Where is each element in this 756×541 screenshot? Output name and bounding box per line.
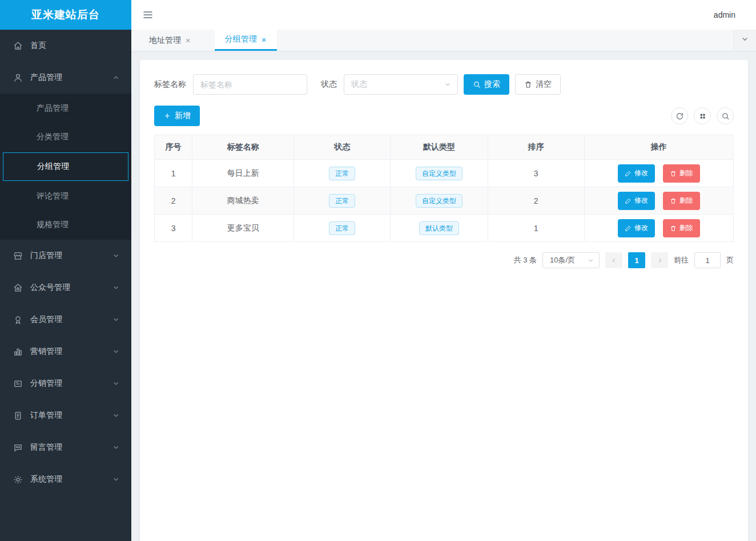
- sidebar-item-message-management[interactable]: 留言管理: [0, 431, 131, 463]
- cell-name: 商城热卖: [192, 187, 294, 215]
- status-select[interactable]: 状态: [344, 74, 458, 95]
- goto-suffix: 页: [726, 255, 734, 265]
- sidebar-toggle-button[interactable]: [142, 9, 154, 21]
- next-page-button[interactable]: [651, 252, 668, 268]
- goto-prefix: 前往: [674, 255, 689, 265]
- tag-name-label: 标签名称: [154, 79, 186, 90]
- sidebar-item-label: 产品管理: [30, 72, 62, 83]
- goto-page-input[interactable]: [694, 252, 721, 268]
- sidebar-subitem-spec[interactable]: 规格管理: [0, 211, 131, 239]
- edit-button[interactable]: 修改: [618, 192, 655, 210]
- sidebar-item-marketing-management[interactable]: 营销管理: [0, 336, 131, 368]
- edit-button-label: 修改: [634, 168, 648, 178]
- clear-button[interactable]: 清空: [515, 74, 561, 95]
- sidebar-subitem-category[interactable]: 分类管理: [0, 123, 131, 151]
- page-number-1[interactable]: 1: [628, 252, 645, 268]
- distribution-icon: [13, 378, 23, 389]
- top-header: admin: [131, 0, 756, 30]
- column-header-status: 状态: [294, 135, 391, 160]
- sidebar-item-distribution-management[interactable]: 分销管理: [0, 368, 131, 399]
- table-search-button[interactable]: [717, 107, 734, 124]
- tab-group-management[interactable]: 分组管理 ×: [215, 30, 277, 51]
- sidebar-item-official-account[interactable]: 公众号管理: [0, 272, 131, 304]
- column-settings-button[interactable]: [694, 107, 711, 124]
- sidebar-item-label: 留言管理: [30, 442, 62, 453]
- sidebar-item-store-management[interactable]: 门店管理: [0, 240, 131, 272]
- sidebar-item-label: 订单管理: [30, 410, 62, 421]
- sidebar-item-label: 营销管理: [30, 346, 62, 357]
- sidebar-subitem-product[interactable]: 产品管理: [0, 94, 131, 123]
- edit-button[interactable]: 修改: [618, 219, 655, 237]
- search-icon: [473, 80, 481, 88]
- edit-button[interactable]: 修改: [618, 164, 655, 183]
- sidebar-item-home[interactable]: 首页: [0, 30, 131, 62]
- search-icon: [721, 112, 730, 120]
- column-header-sort: 排序: [488, 135, 584, 160]
- tab-options-dropdown[interactable]: [733, 30, 756, 51]
- tab-address-management[interactable]: 地址管理 ×: [139, 30, 201, 51]
- app-logo: 亚米建站后台: [0, 0, 131, 30]
- refresh-icon: [675, 112, 684, 120]
- trash-icon: [670, 225, 677, 232]
- table-row: 2 商城热卖 正常 自定义类型 2 修改: [155, 187, 734, 215]
- sidebar-item-system-management[interactable]: 系统管理: [0, 463, 131, 495]
- column-header-type: 默认类型: [391, 135, 488, 160]
- cell-name: 更多宝贝: [192, 215, 294, 242]
- refresh-button[interactable]: [671, 107, 688, 124]
- type-badge: 自定义类型: [416, 194, 463, 208]
- search-form: 标签名称 状态 状态 搜索 清空: [154, 74, 734, 95]
- tag-name-input[interactable]: [193, 74, 307, 95]
- chevron-down-icon: [112, 284, 120, 292]
- type-badge: 默认类型: [419, 221, 459, 235]
- status-select-placeholder: 状态: [351, 79, 367, 90]
- tab-label: 地址管理: [149, 35, 181, 46]
- sidebar-item-label: 系统管理: [30, 474, 62, 485]
- close-icon[interactable]: ×: [262, 35, 267, 44]
- sidebar-subitem-label: 规格管理: [37, 220, 69, 230]
- edit-button-label: 修改: [634, 196, 648, 205]
- trash-icon: [670, 170, 677, 177]
- sidebar-item-order-management[interactable]: 订单管理: [0, 399, 131, 431]
- cell-index: 3: [155, 215, 192, 242]
- search-button-label: 搜索: [484, 79, 500, 90]
- sidebar-subitem-comment[interactable]: 评论管理: [0, 182, 131, 211]
- content-card: 标签名称 状态 状态 搜索 清空: [140, 60, 748, 541]
- search-button[interactable]: 搜索: [464, 74, 509, 95]
- prev-page-button[interactable]: [605, 252, 622, 268]
- chevron-down-icon: [112, 379, 120, 387]
- delete-button-label: 删除: [679, 196, 693, 205]
- sidebar-item-product-management[interactable]: 产品管理: [0, 62, 131, 94]
- chevron-down-icon: [112, 443, 120, 451]
- sidebar: 亚米建站后台 首页 产品管理 产品管理: [0, 0, 131, 541]
- page-size-select[interactable]: 10条/页: [542, 252, 600, 268]
- close-icon[interactable]: ×: [186, 36, 191, 45]
- sidebar-item-label: 门店管理: [30, 251, 62, 261]
- chevron-down-icon: [587, 257, 594, 264]
- table-row: 3 更多宝贝 正常 默认类型 1 修改: [155, 215, 734, 242]
- pagination-total: 共 3 条: [514, 255, 537, 265]
- sidebar-item-label: 分销管理: [30, 378, 62, 389]
- table-row: 1 每日上新 正常 自定义类型 3 修改: [155, 160, 734, 187]
- delete-button-label: 删除: [679, 223, 693, 233]
- cell-sort: 2: [488, 187, 584, 215]
- order-icon: [13, 410, 23, 421]
- user-menu[interactable]: admin: [714, 10, 735, 19]
- sidebar-subitem-label: 分组管理: [37, 162, 69, 172]
- sidebar-subitem-label: 产品管理: [37, 103, 69, 114]
- trash-icon: [670, 197, 677, 204]
- pagination: 共 3 条 10条/页 1 前往: [154, 252, 734, 268]
- column-header-actions: 操作: [584, 135, 733, 160]
- group-table: 序号 标签名称 状态 默认类型 排序 操作 1 每日上新 正常: [154, 135, 734, 242]
- status-badge: 正常: [329, 194, 355, 208]
- sidebar-subitem-group-active[interactable]: 分组管理: [3, 152, 128, 181]
- delete-button[interactable]: 删除: [663, 219, 700, 237]
- column-header-name: 标签名称: [192, 135, 294, 160]
- store-icon: [13, 251, 23, 261]
- add-button[interactable]: 新增: [154, 106, 200, 126]
- delete-button[interactable]: 删除: [663, 164, 700, 183]
- delete-button[interactable]: 删除: [663, 192, 700, 210]
- sidebar-item-member-management[interactable]: 会员管理: [0, 304, 131, 336]
- settings-icon: [13, 474, 23, 485]
- edit-icon: [625, 170, 632, 177]
- sidebar-item-label: 首页: [30, 41, 46, 51]
